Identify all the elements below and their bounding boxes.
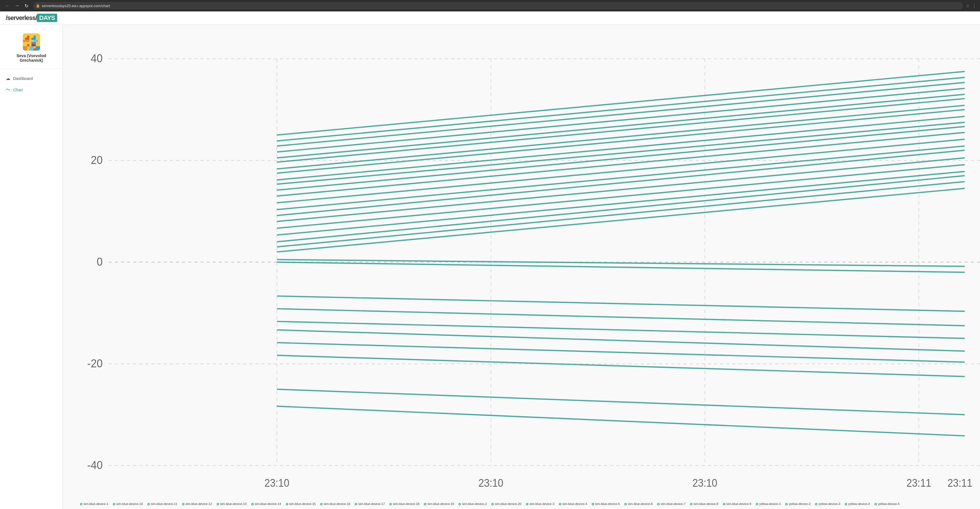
logo: /serverless/DAYS <box>6 14 974 22</box>
legend-item: sim-blue-device-9 <box>723 501 751 507</box>
menu-button[interactable]: ⋮ <box>972 3 977 9</box>
nav-item-dashboard[interactable]: ☁ Dashboard <box>0 73 63 84</box>
legend-label: sim-blue-device-8 <box>694 501 718 507</box>
legend-item: sim-blue-device-7 <box>657 501 686 507</box>
legend-dot <box>785 503 788 505</box>
legend-label: sim-blue-device-1 <box>83 501 108 507</box>
legend-item: yellow-device-5 <box>875 501 900 507</box>
svg-text:40: 40 <box>91 51 103 65</box>
legend-label: sim-blue-device-11 <box>151 501 178 507</box>
legend-dot <box>690 503 692 505</box>
legend-dot <box>148 503 150 505</box>
lock-icon: 🔒 <box>36 4 40 8</box>
svg-rect-6 <box>33 40 38 42</box>
main-layout: Seva (VsevolodGrechaniuk) ☁ Dashboard 〜 … <box>0 25 980 509</box>
legend-label: sim-blue-device-14 <box>255 501 281 507</box>
legend-label: sim-blue-device-18 <box>393 501 419 507</box>
legend-label: yellow-device-2 <box>789 501 810 507</box>
nav-section: ☁ Dashboard 〜 Chart <box>0 68 63 100</box>
legend-label: sim-blue-device-4 <box>562 501 587 507</box>
chart-svg: 40 20 0 -20 -40 23:10 23:10 23:10 23:11 … <box>63 25 980 499</box>
svg-text:23:11: 23:11 <box>907 477 931 489</box>
legend-label: yellow-device-5 <box>878 501 900 507</box>
nav-item-chart[interactable]: 〜 Chart <box>0 84 63 96</box>
legend-dot <box>389 503 391 505</box>
legend-items: sim-blue-device-1sim-blue-device-10sim-b… <box>80 501 974 507</box>
browser-chrome: ← → ↻ 🔒 serverlessdays20.ew.r.appspot.co… <box>0 0 980 11</box>
legend-dot <box>286 503 288 505</box>
chart-area: 40 20 0 -20 -40 23:10 23:10 23:10 23:11 … <box>63 25 980 509</box>
user-section: Seva (VsevolodGrechaniuk) <box>0 30 63 68</box>
legend-item: sim-blue-device-5 <box>592 501 620 507</box>
legend-dot <box>355 503 357 505</box>
address-bar[interactable]: 🔒 serverlessdays20.ew.r.appspot.com/char… <box>33 2 963 10</box>
svg-rect-5 <box>23 40 29 42</box>
legend-label: yellow-device-3 <box>818 501 840 507</box>
legend-dot <box>592 503 594 505</box>
svg-rect-2 <box>33 36 36 38</box>
legend-item: sim-blue-device-15 <box>286 501 316 507</box>
legend-dot <box>875 503 877 505</box>
svg-rect-11 <box>23 46 27 51</box>
legend-label: sim-blue-device-17 <box>358 501 385 507</box>
legend-dot <box>815 503 817 505</box>
cloud-icon: ☁ <box>6 76 10 81</box>
logo-slash: /serverless/ <box>6 14 37 21</box>
legend-label: sim-blue-device-12 <box>186 501 212 507</box>
legend-label: yellow-device-4 <box>848 501 870 507</box>
legend-dot <box>182 503 185 505</box>
reload-button[interactable]: ↻ <box>23 3 30 9</box>
legend-label: sim-blue-device-10 <box>116 501 143 507</box>
svg-rect-15 <box>33 49 36 51</box>
legend-item: sim-blue-device-20 <box>492 501 522 507</box>
legend-dot <box>845 503 847 505</box>
url-text: serverlessdays20.ew.r.appspot.com/chart <box>42 4 110 8</box>
browser-nav[interactable]: ← → ↻ <box>3 3 30 9</box>
legend-item: sim-blue-device-2 <box>458 501 487 507</box>
back-button[interactable]: ← <box>3 3 11 9</box>
legend-item: sim-blue-device-17 <box>355 501 385 507</box>
legend-item: sim-blue-device-18 <box>389 501 419 507</box>
legend-label: sim-blue-device-2 <box>462 501 487 507</box>
legend-label: sim-blue-device-19 <box>427 501 454 507</box>
legend-label: sim-blue-device-9 <box>726 501 751 507</box>
legend-item: sim-blue-device-13 <box>217 501 247 507</box>
svg-text:-20: -20 <box>87 357 103 369</box>
chart-container: 40 20 0 -20 -40 23:10 23:10 23:10 23:11 … <box>63 25 980 509</box>
svg-rect-4 <box>32 38 36 40</box>
legend-label: sim-blue-device-13 <box>220 501 247 507</box>
chart-legend: sim-blue-device-1sim-blue-device-10sim-b… <box>63 499 980 509</box>
sidebar: Seva (VsevolodGrechaniuk) ☁ Dashboard 〜 … <box>0 25 63 509</box>
legend-dot <box>251 503 254 505</box>
legend-item: sim-blue-device-1 <box>80 501 108 507</box>
legend-label: sim-blue-device-15 <box>289 501 316 507</box>
svg-rect-3 <box>25 38 29 40</box>
svg-rect-9 <box>27 44 29 46</box>
legend-item: sim-blue-device-14 <box>251 501 281 507</box>
browser-actions[interactable]: ☆ ⋮ <box>966 3 977 9</box>
legend-item: yellow-device-3 <box>815 501 840 507</box>
legend-dot <box>458 503 461 505</box>
legend-item: sim-blue-device-16 <box>320 501 350 507</box>
forward-button[interactable]: → <box>13 3 21 9</box>
legend-item: sim-blue-device-4 <box>559 501 587 507</box>
svg-text:23:11: 23:11 <box>947 477 972 489</box>
legend-dot <box>624 503 627 505</box>
legend-dot <box>756 503 758 505</box>
nav-label-dashboard: Dashboard <box>13 76 33 81</box>
star-button[interactable]: ☆ <box>966 3 970 9</box>
legend-item: sim-blue-device-19 <box>424 501 454 507</box>
legend-dot <box>723 503 725 505</box>
legend-item: sim-blue-device-8 <box>690 501 718 507</box>
svg-text:23:10: 23:10 <box>479 477 503 489</box>
svg-rect-14 <box>27 49 29 51</box>
legend-item: sim-blue-device-12 <box>182 501 212 507</box>
svg-text:-40: -40 <box>87 458 103 471</box>
legend-label: sim-blue-device-5 <box>595 501 620 507</box>
legend-dot <box>424 503 426 505</box>
legend-item: sim-blue-device-3 <box>526 501 554 507</box>
app-header: /serverless/DAYS <box>0 11 980 25</box>
legend-dot <box>657 503 660 505</box>
legend-dot <box>320 503 323 505</box>
legend-dot <box>559 503 561 505</box>
